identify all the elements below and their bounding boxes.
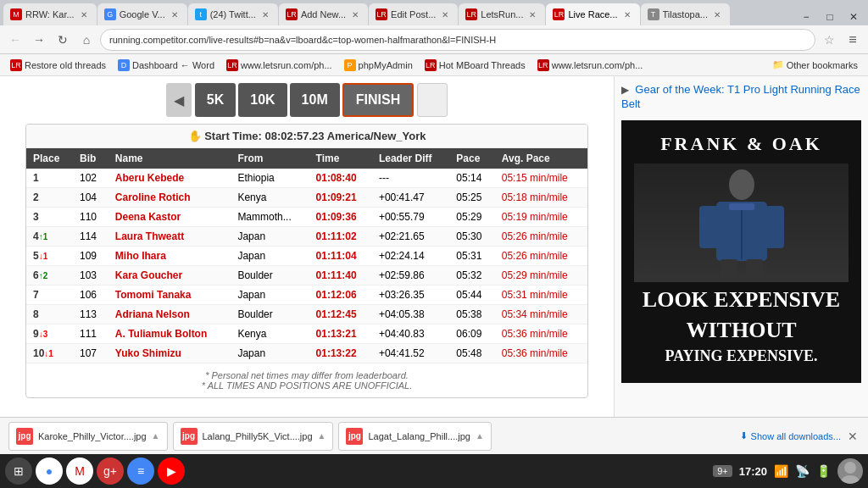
name-cell[interactable]: Kara Goucher bbox=[108, 266, 231, 286]
bookmark-bm1[interactable]: LR Restore old threads bbox=[5, 58, 111, 73]
pace-cell: 05:32 bbox=[449, 266, 494, 286]
back-button[interactable]: ← bbox=[5, 30, 25, 50]
tab-close[interactable]: ✕ bbox=[259, 8, 271, 20]
taskbar: ⊞●Mg+≡▶ 9+ 17:20 📶 📡 🔋 bbox=[0, 454, 868, 488]
runner-name-link[interactable]: Yuko Shimizu bbox=[115, 347, 181, 359]
tab-tab1[interactable]: M RRW: Kar... ✕ bbox=[3, 3, 97, 25]
runner-name-link[interactable]: A. Tuliamuk Bolton bbox=[115, 328, 207, 340]
address-bar[interactable] bbox=[100, 29, 815, 51]
taskbar-app-docs[interactable]: ≡ bbox=[127, 458, 154, 485]
runner-name-link[interactable]: Deena Kastor bbox=[115, 211, 181, 223]
bookmark-bm5[interactable]: LR Hot MBoard Threads bbox=[420, 58, 531, 73]
article-title[interactable]: Gear of the Week: T1 Pro Light Running R… bbox=[621, 83, 860, 110]
bib-cell: 110 bbox=[73, 208, 108, 227]
home-button[interactable]: ⌂ bbox=[76, 30, 97, 50]
runner-name-link[interactable]: Kara Goucher bbox=[115, 269, 182, 281]
runner-name-link[interactable]: Miho Ihara bbox=[115, 250, 166, 262]
tab-close[interactable]: ✕ bbox=[439, 8, 451, 20]
runner-name-link[interactable]: Aberu Kebede bbox=[115, 172, 184, 184]
tab-tab5[interactable]: LR Edit Post... ✕ bbox=[369, 3, 458, 25]
diff-cell: +02:59.86 bbox=[372, 266, 449, 286]
tab-tab6[interactable]: LR LetsRun... ✕ bbox=[459, 3, 545, 25]
bookmark-favicon: LR bbox=[425, 59, 437, 71]
user-avatar[interactable] bbox=[837, 458, 863, 484]
show-all-label: Show all downloads... bbox=[751, 431, 841, 441]
race-nav-finish[interactable]: FINISH bbox=[342, 83, 414, 117]
name-cell[interactable]: Adriana Nelson bbox=[108, 305, 231, 324]
svg-point-0 bbox=[729, 169, 754, 200]
name-cell[interactable]: Miho Ihara bbox=[108, 247, 231, 266]
name-cell[interactable]: Yuko Shimizu bbox=[108, 344, 231, 363]
tab-close[interactable]: ✕ bbox=[169, 8, 181, 20]
name-cell[interactable]: Tomomi Tanaka bbox=[108, 286, 231, 305]
race-nav-10k[interactable]: 10K bbox=[238, 83, 287, 117]
battery-icon: 🔋 bbox=[816, 464, 831, 478]
taskbar-app-google-plus[interactable]: g+ bbox=[97, 458, 124, 485]
download-bar-close[interactable]: ✕ bbox=[846, 428, 860, 445]
race-start-time: ✋ Start Time: 08:02:57.23 America/New_Yo… bbox=[26, 125, 587, 148]
tab-bar: M RRW: Kar... ✕ G Google V... ✕ t (24) T… bbox=[0, 0, 868, 25]
ad-line1: LOOK EXPENSIVE bbox=[634, 286, 849, 313]
tab-close[interactable]: ✕ bbox=[349, 8, 361, 20]
download-chevron-icon[interactable]: ▲ bbox=[152, 431, 160, 441]
name-cell[interactable]: Aberu Kebede bbox=[108, 169, 231, 188]
download-item-dl2[interactable]: jpg Lalang_Philly5K_Vict....jpg ▲ bbox=[173, 422, 334, 451]
diff-cell: +04:41.52 bbox=[372, 344, 449, 363]
reload-button[interactable]: ↻ bbox=[53, 30, 73, 50]
runner-name-link[interactable]: Tomomi Tanaka bbox=[115, 289, 192, 301]
tab-tab8[interactable]: T Tilastopa... ✕ bbox=[641, 3, 730, 25]
tab-close[interactable]: ✕ bbox=[621, 8, 633, 20]
time-cell: 01:09:21 bbox=[309, 188, 372, 208]
table-row: 7106Tomomi TanakaJapan01:12:06+03:26.350… bbox=[26, 286, 587, 305]
place-cell: 1 bbox=[26, 169, 73, 188]
name-cell[interactable]: Caroline Rotich bbox=[108, 188, 231, 208]
name-cell[interactable]: Laura Thweatt bbox=[108, 227, 231, 247]
menu-button[interactable]: ≡ bbox=[843, 30, 863, 50]
runner-name-link[interactable]: Adriana Nelson bbox=[115, 308, 190, 320]
other-bookmarks-folder[interactable]: 📁 Other bookmarks bbox=[767, 58, 863, 72]
race-nav-prev[interactable]: ◀ bbox=[166, 83, 192, 117]
tab-tab2[interactable]: G Google V... ✕ bbox=[97, 3, 187, 25]
race-nav-5k[interactable]: 5K bbox=[195, 83, 236, 117]
runner-name-link[interactable]: Caroline Rotich bbox=[115, 191, 191, 203]
tab-tab7[interactable]: LR Live Race... ✕ bbox=[546, 3, 639, 25]
bib-cell: 109 bbox=[73, 247, 108, 266]
name-cell[interactable]: A. Tuliamuk Bolton bbox=[108, 324, 231, 344]
taskbar-app-gmail[interactable]: M bbox=[66, 458, 93, 485]
runner-name-link[interactable]: Laura Thweatt bbox=[115, 230, 184, 242]
taskbar-app-youtube[interactable]: ▶ bbox=[158, 458, 185, 485]
footnote-2: * ALL TIMES AND POSITIONS ARE UNOFFICIAL… bbox=[33, 380, 581, 391]
from-cell: Kenya bbox=[231, 324, 309, 344]
bookmark-favicon: P bbox=[344, 59, 356, 71]
tab-tab4[interactable]: LR Add New... ✕ bbox=[279, 3, 368, 25]
window-controls: − □ ✕ bbox=[795, 8, 865, 25]
taskbar-app-chrome[interactable]: ● bbox=[36, 458, 63, 485]
download-item-dl3[interactable]: jpg Lagat_Lalang_Phill....jpg ▲ bbox=[338, 422, 491, 451]
browser-frame: M RRW: Kar... ✕ G Google V... ✕ t (24) T… bbox=[0, 0, 868, 488]
bookmark-bm2[interactable]: D Dashboard ← Word bbox=[113, 58, 220, 73]
tab-tab3[interactable]: t (24) Twitt... ✕ bbox=[188, 3, 278, 25]
tab-favicon: M bbox=[10, 8, 22, 20]
bookmark-star-button[interactable]: ☆ bbox=[819, 30, 839, 50]
download-chevron-icon[interactable]: ▲ bbox=[318, 431, 326, 441]
maximize-button[interactable]: □ bbox=[819, 8, 841, 25]
taskbar-app-grid[interactable]: ⊞ bbox=[5, 458, 32, 485]
download-chevron-icon[interactable]: ▲ bbox=[476, 431, 484, 441]
bookmark-bm6[interactable]: LR www.letsrun.com/ph... bbox=[532, 58, 648, 73]
name-cell[interactable]: Deena Kastor bbox=[108, 208, 231, 227]
forward-button[interactable]: → bbox=[29, 30, 49, 50]
tab-close[interactable]: ✕ bbox=[78, 8, 90, 20]
notification-badge[interactable]: 9+ bbox=[713, 465, 732, 477]
tab-close[interactable]: ✕ bbox=[526, 8, 538, 20]
show-all-downloads-link[interactable]: ⬇ Show all downloads... bbox=[740, 430, 841, 441]
race-nav-10m[interactable]: 10M bbox=[290, 83, 340, 117]
minimize-button[interactable]: − bbox=[795, 8, 817, 25]
bookmark-bm4[interactable]: P phpMyAdmin bbox=[339, 58, 418, 73]
bookmark-favicon: LR bbox=[226, 59, 238, 71]
bookmark-bm3[interactable]: LR www.letsrun.com/ph... bbox=[221, 58, 337, 73]
tab-close[interactable]: ✕ bbox=[711, 8, 723, 20]
close-button[interactable]: ✕ bbox=[843, 8, 865, 25]
download-filename: Lalang_Philly5K_Vict....jpg bbox=[203, 431, 313, 441]
download-item-dl1[interactable]: jpg Karoke_Philly_Victor....jpg ▲ bbox=[8, 422, 168, 451]
place-cell: 10↓1 bbox=[26, 344, 73, 363]
